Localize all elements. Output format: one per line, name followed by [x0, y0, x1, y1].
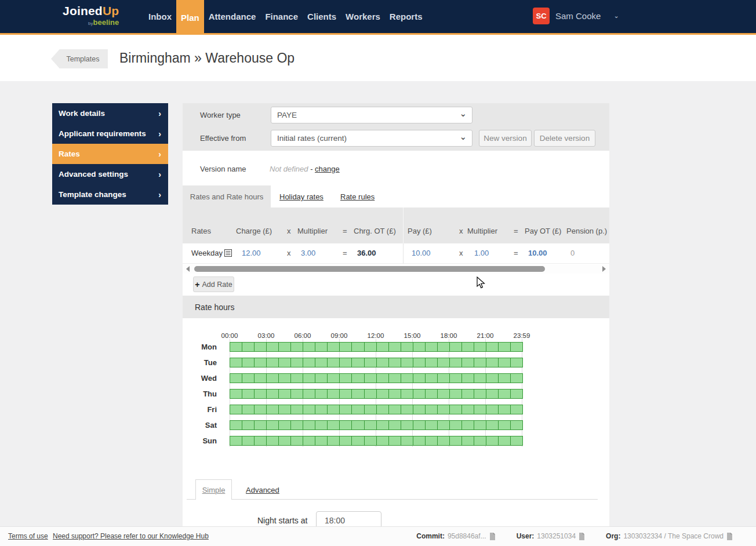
- hour-cell-sun-12[interactable]: [376, 436, 389, 446]
- hour-cell-tue-19[interactable]: [461, 358, 474, 367]
- hour-cell-fri-23[interactable]: [510, 405, 523, 414]
- hour-cell-fri-18[interactable]: [449, 405, 462, 414]
- hour-cell-sun-13[interactable]: [388, 436, 401, 446]
- nav-item-attendance[interactable]: Attendance: [204, 0, 261, 33]
- sidebar-item-applicant-requirements[interactable]: Applicant requirements›: [52, 123, 168, 144]
- hour-cell-wed-5[interactable]: [290, 373, 303, 383]
- hour-cell-sat-23[interactable]: [510, 420, 523, 430]
- hour-cell-sun-11[interactable]: [364, 436, 377, 446]
- hour-cell-wed-2[interactable]: [254, 373, 267, 383]
- hour-cell-wed-3[interactable]: [266, 373, 279, 383]
- scroll-right-arrow-icon[interactable]: [602, 266, 606, 272]
- hour-cell-mon-4[interactable]: [278, 342, 291, 352]
- hour-cell-mon-16[interactable]: [425, 342, 438, 352]
- hour-cell-sun-7[interactable]: [315, 436, 328, 446]
- change-version-name-link[interactable]: change: [315, 165, 340, 173]
- copy-icon[interactable]: [726, 533, 733, 540]
- scroll-left-arrow-icon[interactable]: [186, 266, 190, 272]
- hour-cell-fri-5[interactable]: [290, 405, 303, 414]
- hour-cell-wed-15[interactable]: [413, 373, 426, 383]
- hour-cell-wed-8[interactable]: [327, 373, 340, 383]
- hour-cell-sun-15[interactable]: [413, 436, 426, 446]
- hour-cell-sun-4[interactable]: [278, 436, 291, 446]
- hour-cell-thu-8[interactable]: [327, 389, 340, 399]
- hour-cell-sun-18[interactable]: [449, 436, 462, 446]
- hour-cell-mon-8[interactable]: [327, 342, 340, 352]
- hour-cell-wed-4[interactable]: [278, 373, 291, 383]
- hour-cell-tue-2[interactable]: [254, 358, 267, 367]
- hour-cell-sat-17[interactable]: [437, 420, 450, 430]
- hour-cell-sat-22[interactable]: [498, 420, 511, 430]
- nav-item-inbox[interactable]: Inbox: [144, 0, 176, 33]
- hour-cell-sun-21[interactable]: [486, 436, 499, 446]
- scrollbar-thumb[interactable]: [194, 266, 545, 272]
- hour-cell-wed-12[interactable]: [376, 373, 389, 383]
- hour-cell-thu-17[interactable]: [437, 389, 450, 399]
- nav-item-clients[interactable]: Clients: [303, 0, 341, 33]
- hour-cell-sat-13[interactable]: [388, 420, 401, 430]
- hour-cell-thu-22[interactable]: [498, 389, 511, 399]
- hour-cell-sun-14[interactable]: [401, 436, 413, 446]
- hour-cell-sun-20[interactable]: [474, 436, 486, 446]
- hour-cell-mon-10[interactable]: [351, 342, 364, 352]
- hour-cell-thu-4[interactable]: [278, 389, 291, 399]
- hour-cell-sun-5[interactable]: [290, 436, 303, 446]
- hour-cell-tue-15[interactable]: [413, 358, 426, 367]
- hour-cell-mon-7[interactable]: [315, 342, 328, 352]
- cell-charge[interactable]: 12.00: [242, 249, 261, 257]
- hour-cell-sun-8[interactable]: [327, 436, 340, 446]
- hour-cell-fri-19[interactable]: [461, 405, 474, 414]
- hour-cell-wed-14[interactable]: [401, 373, 413, 383]
- tab-holiday-rates[interactable]: Holiday rates: [279, 192, 324, 201]
- hour-cell-wed-22[interactable]: [498, 373, 511, 383]
- hour-cell-fri-20[interactable]: [474, 405, 486, 414]
- hour-cell-tue-12[interactable]: [376, 358, 389, 367]
- hour-cell-sat-0[interactable]: [230, 420, 242, 430]
- hour-cell-thu-7[interactable]: [315, 389, 328, 399]
- sidebar-item-advanced-settings[interactable]: Advanced settings›: [52, 164, 168, 184]
- hour-cell-tue-14[interactable]: [401, 358, 413, 367]
- hour-cell-sat-20[interactable]: [474, 420, 486, 430]
- terms-of-use-link[interactable]: Terms of use: [8, 532, 48, 540]
- tab-rates-and-rate-hours[interactable]: Rates and Rate hours: [183, 185, 271, 208]
- hour-cell-sat-14[interactable]: [401, 420, 413, 430]
- hour-cell-sat-3[interactable]: [266, 420, 279, 430]
- hour-cell-fri-4[interactable]: [278, 405, 291, 414]
- hour-cell-thu-20[interactable]: [474, 389, 486, 399]
- user-menu[interactable]: SC Sam Cooke ⌄: [533, 8, 619, 24]
- hour-cell-wed-13[interactable]: [388, 373, 401, 383]
- hour-cell-tue-1[interactable]: [242, 358, 255, 367]
- hour-cell-wed-16[interactable]: [425, 373, 438, 383]
- nav-item-workers[interactable]: Workers: [341, 0, 385, 33]
- hour-cell-thu-23[interactable]: [510, 389, 523, 399]
- hour-cell-tue-13[interactable]: [388, 358, 401, 367]
- hour-cell-thu-16[interactable]: [425, 389, 438, 399]
- nav-item-reports[interactable]: Reports: [385, 0, 427, 33]
- hour-cell-sat-11[interactable]: [364, 420, 377, 430]
- hour-cell-tue-9[interactable]: [339, 358, 352, 367]
- hour-cell-sun-6[interactable]: [303, 436, 315, 446]
- hour-cell-wed-18[interactable]: [449, 373, 462, 383]
- hour-cell-sat-2[interactable]: [254, 420, 267, 430]
- sidebar-item-template-changes[interactable]: Template changes›: [52, 184, 168, 205]
- hour-cell-fri-12[interactable]: [376, 405, 389, 414]
- hour-cell-mon-12[interactable]: [376, 342, 389, 352]
- hour-cell-sun-19[interactable]: [461, 436, 474, 446]
- hour-cell-thu-9[interactable]: [339, 389, 352, 399]
- hour-cell-tue-4[interactable]: [278, 358, 291, 367]
- nav-item-finance[interactable]: Finance: [260, 0, 303, 33]
- hour-cell-wed-6[interactable]: [303, 373, 315, 383]
- hour-cell-sat-18[interactable]: [449, 420, 462, 430]
- hour-cell-tue-20[interactable]: [474, 358, 486, 367]
- hour-cell-mon-11[interactable]: [364, 342, 377, 352]
- hour-cell-sat-4[interactable]: [278, 420, 291, 430]
- hour-cell-sun-16[interactable]: [425, 436, 438, 446]
- hour-cell-fri-22[interactable]: [498, 405, 511, 414]
- hour-cell-fri-3[interactable]: [266, 405, 279, 414]
- new-version-button[interactable]: New version: [479, 130, 532, 147]
- hour-cell-thu-15[interactable]: [413, 389, 426, 399]
- hour-cell-fri-16[interactable]: [425, 405, 438, 414]
- hour-cell-tue-6[interactable]: [303, 358, 315, 367]
- cell-pay[interactable]: 10.00: [412, 249, 431, 257]
- hour-cell-wed-11[interactable]: [364, 373, 377, 383]
